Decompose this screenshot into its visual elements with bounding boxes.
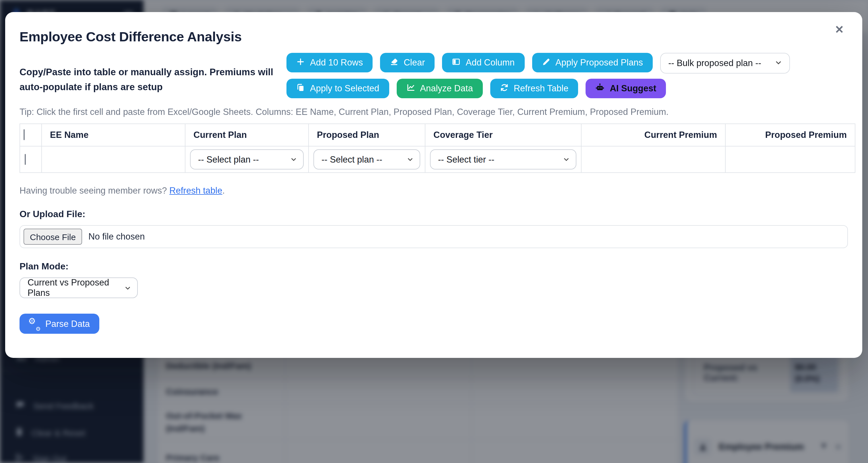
file-status-text: No file chosen bbox=[88, 231, 145, 242]
apply-proposed-plans-button[interactable]: Apply Proposed Plans bbox=[532, 53, 653, 73]
current-plan-select[interactable]: -- Select plan -- bbox=[190, 149, 304, 170]
proposed-premium-cell[interactable] bbox=[725, 146, 855, 173]
apply-proposed-plans-label: Apply Proposed Plans bbox=[555, 57, 643, 68]
clear-label: Clear bbox=[404, 57, 425, 68]
coverage-tier-cell: -- Select tier -- bbox=[425, 146, 581, 173]
select-all-cell bbox=[20, 124, 42, 146]
choose-file-button[interactable]: Choose File bbox=[24, 229, 82, 245]
header-current-premium: Current Premium bbox=[581, 124, 725, 146]
row-select-cell bbox=[20, 146, 42, 173]
modal-action-buttons: Add 10 Rows Clear Add Column Apply Propo… bbox=[276, 53, 848, 98]
add-column-label: Add Column bbox=[466, 57, 515, 68]
chevron-down-icon bbox=[125, 285, 131, 291]
chart-line-icon bbox=[406, 83, 415, 94]
coverage-tier-select-value: -- Select tier -- bbox=[438, 154, 494, 165]
table-header-row: EE Name Current Plan Proposed Plan Cover… bbox=[20, 124, 855, 146]
modal-title: Employee Cost Difference Analysis bbox=[20, 29, 848, 45]
header-coverage-tier: Coverage Tier bbox=[425, 124, 581, 146]
chevron-down-icon bbox=[290, 156, 297, 163]
header-ee-name: EE Name bbox=[42, 124, 185, 146]
modal-close-icon[interactable]: ✕ bbox=[835, 24, 844, 35]
current-plan-cell: -- Select plan -- bbox=[185, 146, 309, 173]
clear-button[interactable]: Clear bbox=[380, 53, 435, 73]
current-premium-cell[interactable] bbox=[581, 146, 725, 173]
ai-suggest-button[interactable]: AI Suggest bbox=[586, 79, 666, 98]
analyze-data-button[interactable]: Analyze Data bbox=[396, 79, 483, 98]
chevron-down-icon bbox=[775, 58, 782, 68]
plus-icon bbox=[296, 57, 305, 68]
employee-table: EE Name Current Plan Proposed Plan Cover… bbox=[20, 123, 856, 173]
add-column-button[interactable]: Add Column bbox=[442, 53, 525, 73]
header-proposed-plan: Proposed Plan bbox=[309, 124, 425, 146]
app-root: Layout Modeling Insights Export Reorgani… bbox=[0, 0, 868, 463]
parse-data-button[interactable]: ⚙⚙ Parse Data bbox=[20, 314, 99, 334]
parse-data-label: Parse Data bbox=[45, 319, 90, 329]
refresh-icon bbox=[500, 83, 508, 94]
copy-icon bbox=[296, 83, 305, 94]
trouble-suffix: . bbox=[222, 185, 225, 195]
gears-icon: ⚙⚙ bbox=[29, 319, 40, 328]
upload-file-label: Or Upload File: bbox=[20, 209, 848, 220]
paste-tip-text: Tip: Click the first cell and paste from… bbox=[20, 107, 848, 117]
proposed-plan-select[interactable]: -- Select plan -- bbox=[313, 149, 420, 170]
robot-icon bbox=[595, 83, 604, 94]
pencil-icon bbox=[541, 57, 550, 68]
plan-mode-value: Current vs Proposed Plans bbox=[28, 278, 120, 298]
proposed-plan-cell: -- Select plan -- bbox=[309, 146, 425, 173]
analyze-data-label: Analyze Data bbox=[420, 83, 473, 94]
proposed-plan-select-value: -- Select plan -- bbox=[321, 154, 382, 165]
coverage-tier-select[interactable]: -- Select tier -- bbox=[430, 149, 577, 170]
add-10-rows-label: Add 10 Rows bbox=[310, 57, 363, 68]
bulk-proposed-plan-value: -- Bulk proposed plan -- bbox=[668, 58, 761, 68]
header-current-plan: Current Plan bbox=[185, 124, 309, 146]
bulk-proposed-plan-select[interactable]: -- Bulk proposed plan -- bbox=[660, 53, 790, 74]
add-10-rows-button[interactable]: Add 10 Rows bbox=[286, 53, 373, 73]
plan-mode-select[interactable]: Current vs Proposed Plans bbox=[20, 278, 138, 298]
refresh-table-button[interactable]: Refresh Table bbox=[490, 79, 578, 98]
employee-cost-difference-modal: ✕ Employee Cost Difference Analysis Copy… bbox=[5, 12, 862, 358]
modal-intro-text: Copy/Paste into table or manually assign… bbox=[20, 53, 276, 95]
trouble-text: Having trouble seeing member rows? Refre… bbox=[20, 185, 848, 196]
table-columns-icon bbox=[452, 57, 461, 68]
ai-suggest-label: AI Suggest bbox=[610, 83, 656, 94]
file-upload-input[interactable]: Choose File No file chosen bbox=[20, 225, 848, 248]
ee-name-cell[interactable] bbox=[42, 146, 185, 173]
select-all-checkbox[interactable] bbox=[24, 129, 25, 140]
chevron-down-icon bbox=[407, 156, 413, 163]
trouble-question: Having trouble seeing member rows? bbox=[20, 185, 167, 195]
header-proposed-premium: Proposed Premium bbox=[725, 124, 855, 146]
modal-header-row: Copy/Paste into table or manually assign… bbox=[20, 53, 848, 98]
refresh-table-link[interactable]: Refresh table bbox=[169, 185, 222, 195]
current-plan-select-value: -- Select plan -- bbox=[198, 154, 259, 165]
refresh-table-label: Refresh Table bbox=[514, 83, 569, 94]
apply-to-selected-button[interactable]: Apply to Selected bbox=[286, 79, 389, 98]
chevron-down-icon bbox=[563, 156, 569, 163]
row-checkbox[interactable] bbox=[25, 154, 26, 165]
eraser-icon bbox=[390, 57, 398, 68]
table-row: -- Select plan -- -- Select plan -- -- S… bbox=[20, 146, 855, 173]
plan-mode-label: Plan Mode: bbox=[20, 261, 848, 272]
apply-to-selected-label: Apply to Selected bbox=[310, 83, 379, 94]
